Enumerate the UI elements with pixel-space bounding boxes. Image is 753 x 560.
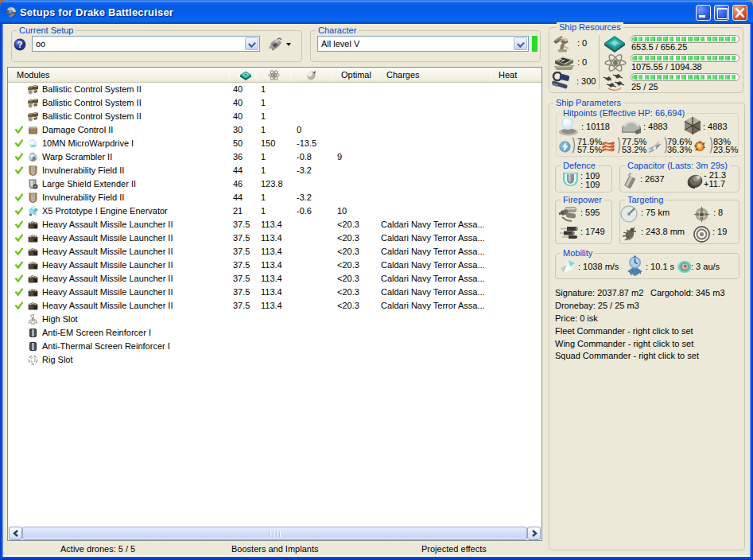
svg-text:?: ?: [17, 40, 23, 49]
